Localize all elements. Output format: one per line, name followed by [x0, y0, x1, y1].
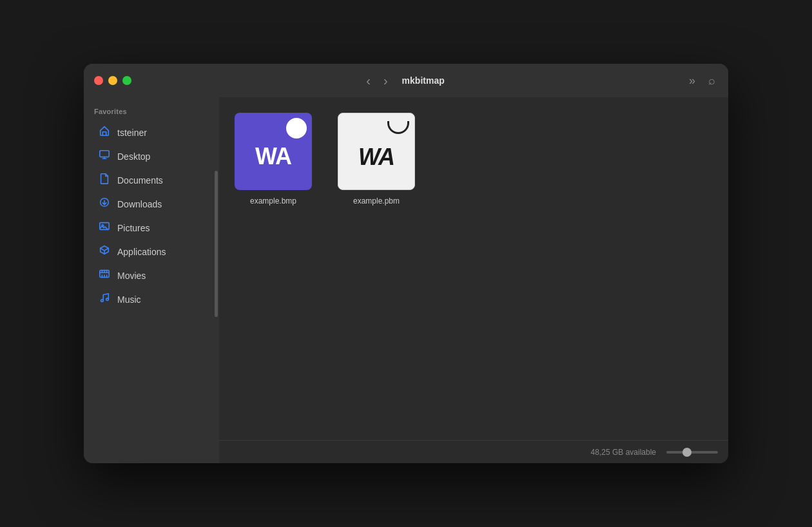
titlebar-nav: ‹ › mkbitmap — [362, 72, 449, 90]
desktop-icon — [98, 149, 111, 164]
file-icon-pbm: WA — [338, 113, 415, 190]
statusbar: 48,25 GB available — [219, 440, 728, 463]
svg-rect-0 — [100, 151, 109, 157]
forward-button[interactable]: › — [380, 72, 392, 90]
sidebar-item-documents[interactable]: Documents — [88, 168, 215, 192]
back-button[interactable]: ‹ — [362, 72, 374, 90]
sidebar-item-label: Documents — [117, 175, 163, 186]
traffic-lights — [94, 76, 131, 85]
file-item-pbm[interactable]: WA example.pbm — [338, 113, 415, 206]
wa-text-pbm: WA — [358, 144, 394, 171]
close-button[interactable] — [94, 76, 103, 85]
minimize-button[interactable] — [108, 76, 117, 85]
svg-point-6 — [106, 298, 109, 301]
sidebar-item-desktop[interactable]: Desktop — [88, 144, 215, 168]
wa-badge-bmp — [286, 118, 307, 139]
movies-icon — [98, 268, 111, 283]
applications-icon — [98, 244, 111, 259]
music-icon — [98, 292, 111, 307]
sidebar-item-label: Pictures — [117, 223, 150, 233]
maximize-button[interactable] — [122, 76, 131, 85]
slider-track — [666, 451, 718, 454]
pictures-icon — [98, 220, 111, 235]
home-icon — [98, 125, 111, 140]
sidebar-item-label: tsteiner — [117, 128, 147, 138]
wa-badge-pbm — [387, 121, 409, 134]
sidebar-item-pictures[interactable]: Pictures — [88, 216, 215, 240]
sidebar-item-music[interactable]: Music — [88, 287, 215, 311]
titlebar-actions: » ⌕ — [686, 72, 718, 89]
search-button[interactable]: ⌕ — [706, 72, 718, 89]
file-item-bmp[interactable]: WA example.bmp — [235, 113, 312, 206]
sidebar-item-label: Desktop — [117, 151, 150, 162]
file-name-pbm: example.pbm — [353, 196, 400, 206]
sidebar: Favorites tsteiner Desktop Doc — [84, 97, 219, 463]
download-icon — [98, 196, 111, 211]
file-icon-bmp: WA — [235, 113, 312, 190]
slider-thumb — [682, 448, 691, 457]
titlebar: ‹ › mkbitmap » ⌕ — [84, 64, 728, 97]
sidebar-item-label: Music — [117, 294, 141, 305]
file-area: WA example.bmp WA example.pbm — [219, 97, 728, 440]
file-name-bmp: example.bmp — [250, 196, 296, 206]
document-icon — [98, 173, 111, 187]
wa-text-bmp: WA — [255, 143, 291, 170]
sidebar-item-tsteiner[interactable]: tsteiner — [88, 120, 215, 144]
sidebar-item-label: Downloads — [117, 199, 162, 209]
window-title: mkbitmap — [402, 75, 445, 86]
sidebar-item-applications[interactable]: Applications — [88, 240, 215, 264]
more-actions-button[interactable]: » — [686, 72, 698, 89]
sidebar-item-label: Movies — [117, 271, 146, 281]
sidebar-item-downloads[interactable]: Downloads — [88, 192, 215, 216]
sidebar-item-movies[interactable]: Movies — [88, 264, 215, 287]
main-content: WA example.bmp WA example.pbm — [219, 97, 728, 463]
finder-window: ‹ › mkbitmap » ⌕ Favorites tsteiner — [84, 64, 728, 463]
storage-available: 48,25 GB available — [591, 448, 656, 457]
svg-rect-2 — [100, 223, 109, 230]
zoom-slider[interactable] — [666, 451, 718, 454]
svg-point-5 — [101, 300, 104, 302]
sidebar-scrollbar[interactable] — [215, 171, 218, 317]
sidebar-section-favorites: Favorites — [84, 108, 219, 120]
sidebar-item-label: Applications — [117, 247, 166, 257]
content-area: Favorites tsteiner Desktop Doc — [84, 97, 728, 463]
